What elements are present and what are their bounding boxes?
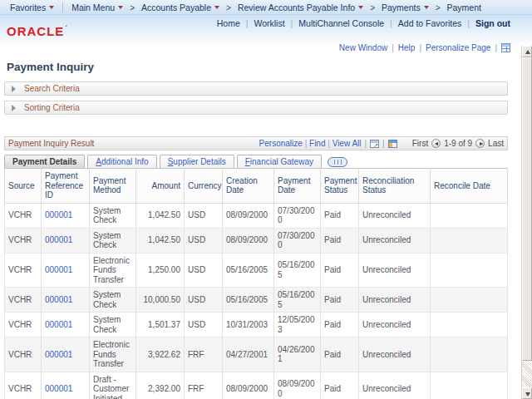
chevron-down-icon — [49, 6, 54, 9]
table-cell: Paid — [321, 372, 359, 399]
header-link[interactable]: Add to Favorites — [398, 18, 461, 28]
favorites-label: Favorites — [10, 2, 46, 12]
signout-link[interactable]: Sign out — [475, 18, 510, 28]
oracle-logo: ORACLE — [7, 24, 68, 38]
first-page-link[interactable]: First — [412, 139, 428, 148]
table-cell: Paid — [321, 228, 359, 253]
breadcrumb-trail: Main Menu>Accounts Payable>Review Accoun… — [66, 2, 486, 12]
table-cell: USD — [185, 228, 223, 253]
section-label: Sorting Criteria — [24, 103, 80, 112]
search-criteria-section[interactable]: Search Criteria — [4, 81, 508, 96]
breadcrumb-item-label: Payment — [447, 2, 481, 12]
tab-additional-info[interactable]: Additional Info — [87, 155, 156, 168]
column-header: Creation Date — [223, 169, 274, 204]
table-row: VCHR000001System Check1,042.50USD08/09/2… — [5, 203, 508, 228]
table-cell: Paid — [321, 253, 359, 288]
breadcrumb-item[interactable]: Main Menu — [66, 2, 128, 12]
column-header: Amount — [136, 169, 185, 204]
toolbar-pipe: | — [382, 139, 385, 148]
sorting-criteria-section[interactable]: Sorting Criteria — [4, 101, 508, 115]
breadcrumb-item[interactable]: Payments — [377, 2, 434, 12]
table-cell: Unreconciled — [359, 372, 431, 399]
header-link[interactable]: Home — [217, 18, 240, 28]
table-cell: USD — [185, 313, 223, 337]
pagination: First 1-9 of 9 Last — [412, 139, 504, 148]
header-link[interactable]: MultiChannel Console — [298, 18, 384, 28]
table-row: VCHR000001System Check1,501.37USD10/31/2… — [5, 313, 508, 337]
breadcrumb-item[interactable]: Payment — [442, 2, 486, 12]
payment-reference-link[interactable]: 000001 — [42, 203, 90, 228]
utility-link[interactable]: Help — [398, 43, 416, 52]
utility-link[interactable]: New Window — [339, 43, 387, 52]
chevron-down-icon — [214, 6, 219, 9]
grid-tab-strip: Payment DetailsAdditional InfoSupplier D… — [4, 154, 532, 168]
payment-reference-link[interactable]: 000001 — [42, 337, 90, 372]
breadcrumb-item[interactable]: Accounts Payable — [136, 2, 224, 12]
header-link[interactable]: Worklist — [254, 18, 284, 28]
vertical-scrollbar[interactable] — [521, 46, 532, 399]
scrollbar-thumb[interactable] — [522, 57, 532, 361]
toolbar-link[interactable]: View All — [332, 139, 362, 148]
toolbar-link[interactable]: Personalize — [259, 139, 303, 148]
breadcrumb-separator: > — [226, 3, 231, 12]
tab-financial-gateway[interactable]: Financial Gateway — [237, 155, 322, 168]
breadcrumb: Favorites Main Menu>Accounts Payable>Rev… — [0, 0, 532, 15]
table-cell: 1,042.50 — [136, 228, 185, 253]
breadcrumb-separator: > — [130, 3, 135, 12]
scroll-up-button[interactable] — [522, 46, 532, 57]
breadcrumb-item-label: Review Accounts Payable Info — [238, 2, 355, 12]
payment-reference-link[interactable]: 000001 — [42, 288, 90, 313]
header-link-pipe: | — [390, 18, 392, 28]
table-cell: System Check — [90, 288, 136, 313]
page-utility-links: New Window|Help|Personalize Page| — [339, 43, 510, 52]
column-header: Currency — [185, 169, 223, 204]
table-cell: 08/09/2000 — [274, 372, 321, 399]
table-cell: VCHR — [5, 313, 42, 337]
table-cell — [431, 337, 508, 372]
download-grid-icon[interactable] — [388, 140, 397, 148]
table-cell: USD — [185, 288, 223, 313]
table-cell: Paid — [321, 337, 359, 372]
table-cell: Paid — [321, 313, 359, 337]
column-header: Payment Status — [321, 169, 359, 204]
column-header: Source — [5, 169, 42, 204]
utility-link[interactable]: Personalize Page — [426, 43, 490, 52]
table-cell — [431, 288, 508, 313]
payment-reference-link[interactable]: 000001 — [42, 228, 90, 253]
tab-supplier-details[interactable]: Supplier Details — [160, 155, 234, 168]
table-cell: FRF — [185, 337, 223, 372]
scrollbar-track[interactable] — [522, 361, 532, 387]
table-cell: 05/16/2005 — [274, 253, 321, 288]
breadcrumb-divider — [62, 2, 63, 12]
table-cell: Unreconciled — [359, 313, 431, 337]
table-cell: Paid — [321, 203, 359, 228]
favorites-menu[interactable]: Favorites — [5, 2, 59, 12]
table-cell: 05/16/2005 — [274, 288, 321, 313]
show-all-columns-icon[interactable] — [328, 157, 347, 167]
payment-reference-link[interactable]: 000001 — [42, 253, 90, 288]
table-cell: VCHR — [5, 288, 42, 313]
tab-payment-details[interactable]: Payment Details — [4, 155, 85, 168]
table-cell: 1,042.50 — [136, 203, 185, 228]
table-cell: 10/31/2003 — [223, 313, 274, 337]
payment-reference-link[interactable]: 000001 — [42, 313, 90, 337]
header-links: Home|Worklist|MultiChannel Console|Add t… — [217, 18, 510, 28]
scroll-down-button[interactable] — [522, 387, 532, 399]
table-cell: USD — [185, 253, 223, 288]
breadcrumb-item[interactable]: Review Accounts Payable Info — [233, 2, 368, 12]
next-page-icon[interactable] — [475, 139, 485, 148]
last-page-link[interactable]: Last — [488, 139, 504, 148]
table-cell: 05/16/2005 — [223, 253, 274, 288]
zoom-popup-icon[interactable] — [370, 140, 379, 148]
breadcrumb-item-label: Payments — [382, 2, 421, 12]
breadcrumb-item-label: Accounts Payable — [141, 2, 211, 12]
chevron-down-icon — [358, 6, 363, 9]
prev-page-icon[interactable] — [431, 139, 441, 148]
table-cell: Unreconciled — [359, 203, 431, 228]
column-header: Reconciliation Status — [359, 169, 431, 204]
toolbar-link[interactable]: Find — [309, 139, 325, 148]
payment-reference-link[interactable]: 000001 — [42, 372, 90, 399]
page-range-label: 1-9 of 9 — [444, 139, 472, 148]
personalize-layout-icon[interactable] — [501, 43, 510, 52]
table-row: VCHR000001System Check1,042.50USD08/09/2… — [5, 228, 508, 253]
